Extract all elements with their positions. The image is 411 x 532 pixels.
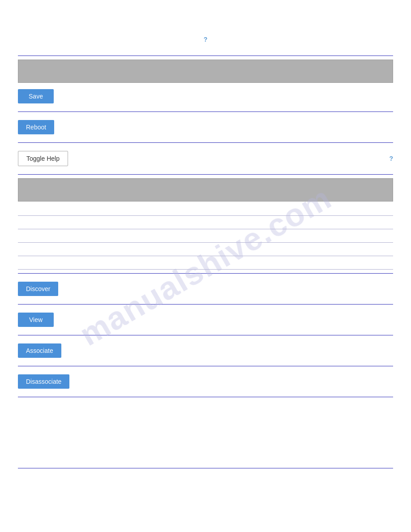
disassociate-button[interactable]: Disassociate xyxy=(18,374,69,389)
bottom-spacer xyxy=(18,401,393,455)
input-row-3 xyxy=(18,230,393,243)
reboot-button[interactable]: Reboot xyxy=(18,120,54,134)
input-row-4 xyxy=(18,244,393,256)
divider-after-toggle xyxy=(18,174,393,175)
toggle-help-icon[interactable]: ? xyxy=(389,155,393,162)
divider-after-reboot xyxy=(18,142,393,143)
divider-after-disassociate xyxy=(18,397,393,397)
divider-after-associate xyxy=(18,366,393,366)
toggle-help-button[interactable]: Toggle Help xyxy=(18,151,68,166)
divider-after-discover xyxy=(18,304,393,305)
gray-bar-1 xyxy=(18,60,393,83)
divider-before-discover xyxy=(18,273,393,274)
input-row-2 xyxy=(18,217,393,229)
view-button[interactable]: View xyxy=(18,313,54,327)
input-row-1 xyxy=(18,203,393,216)
associate-button[interactable]: Associate xyxy=(18,343,61,358)
save-button[interactable]: Save xyxy=(18,89,54,103)
footer-divider xyxy=(18,468,393,468)
divider-after-view xyxy=(18,335,393,335)
top-help-icon[interactable]: ? xyxy=(204,36,208,43)
input-row-5 xyxy=(18,257,393,270)
divider-top xyxy=(18,56,393,56)
gray-bar-2 xyxy=(18,178,393,202)
discover-button[interactable]: Discover xyxy=(18,282,58,296)
divider-after-save xyxy=(18,112,393,112)
